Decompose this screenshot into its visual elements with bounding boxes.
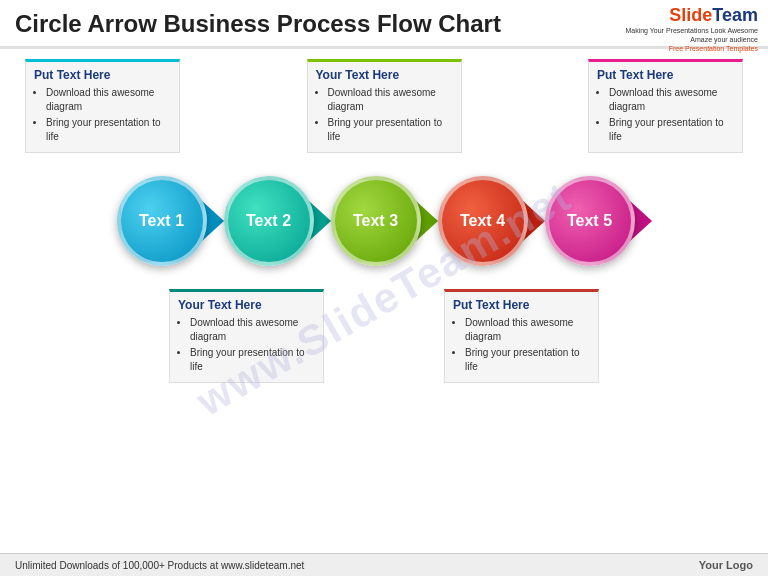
flow-item-5: Text 5 — [545, 176, 652, 266]
text-box-4-title: Put Text Here — [453, 298, 590, 312]
text-box-2-list: Download this awesome diagram Bring your… — [178, 316, 315, 374]
bottom-text-row: Your Text Here Download this awesome dia… — [15, 289, 753, 383]
list-item: Download this awesome diagram — [46, 86, 171, 114]
slide-container: Circle Arrow Business Process Flow Chart… — [0, 0, 768, 576]
text-box-5: Put Text Here Download this awesome diag… — [588, 59, 743, 153]
footer-logo: Your Logo — [699, 559, 753, 571]
list-item: Download this awesome diagram — [465, 316, 590, 344]
logo-slide: Slide — [669, 5, 712, 25]
flow-item-1: Text 1 — [117, 176, 224, 266]
text-box-4-list: Download this awesome diagram Bring your… — [453, 316, 590, 374]
text-box-2: Your Text Here Download this awesome dia… — [169, 289, 324, 383]
list-item: Download this awesome diagram — [190, 316, 315, 344]
circle-2: Text 2 — [224, 176, 314, 266]
header: Circle Arrow Business Process Flow Chart… — [0, 0, 768, 49]
text-box-3-title: Your Text Here — [316, 68, 453, 82]
footer: Unlimited Downloads of 100,000+ Products… — [0, 553, 768, 576]
footer-text: Unlimited Downloads of 100,000+ Products… — [15, 560, 304, 571]
logo-tagline2: Amaze your audience — [625, 35, 758, 44]
circle-4: Text 4 — [438, 176, 528, 266]
circle-1: Text 1 — [117, 176, 207, 266]
content-area: www.SlideTeam.net Put Text Here Download… — [0, 49, 768, 549]
text-box-1-title: Put Text Here — [34, 68, 171, 82]
circle-4-label: Text 4 — [460, 212, 505, 230]
list-item: Download this awesome diagram — [609, 86, 734, 114]
text-box-4: Put Text Here Download this awesome diag… — [444, 289, 599, 383]
circle-2-label: Text 2 — [246, 212, 291, 230]
list-item: Bring your presentation to life — [328, 116, 453, 144]
circle-1-label: Text 1 — [139, 212, 184, 230]
list-item: Bring your presentation to life — [190, 346, 315, 374]
text-box-3: Your Text Here Download this awesome dia… — [307, 59, 462, 153]
text-box-5-title: Put Text Here — [597, 68, 734, 82]
flow-item-4: Text 4 — [438, 176, 545, 266]
circle-3-label: Text 3 — [353, 212, 398, 230]
list-item: Download this awesome diagram — [328, 86, 453, 114]
flow-area: Text 1 Text 2 Text 3 Te — [15, 161, 753, 281]
text-box-5-list: Download this awesome diagram Bring your… — [597, 86, 734, 144]
circle-5: Text 5 — [545, 176, 635, 266]
logo-team: Team — [712, 5, 758, 25]
text-box-1: Put Text Here Download this awesome diag… — [25, 59, 180, 153]
circle-3: Text 3 — [331, 176, 421, 266]
logo-area: SlideTeam Making Your Presentations Look… — [625, 5, 758, 53]
list-item: Bring your presentation to life — [465, 346, 590, 374]
text-box-2-title: Your Text Here — [178, 298, 315, 312]
circle-5-label: Text 5 — [567, 212, 612, 230]
flow-item-3: Text 3 — [331, 176, 438, 266]
list-item: Bring your presentation to life — [46, 116, 171, 144]
top-text-row: Put Text Here Download this awesome diag… — [15, 59, 753, 153]
logo-tagline1: Making Your Presentations Look Awesome — [625, 26, 758, 35]
text-box-1-list: Download this awesome diagram Bring your… — [34, 86, 171, 144]
list-item: Bring your presentation to life — [609, 116, 734, 144]
text-box-3-list: Download this awesome diagram Bring your… — [316, 86, 453, 144]
flow-item-2: Text 2 — [224, 176, 331, 266]
logo-slide-team: SlideTeam — [625, 5, 758, 26]
